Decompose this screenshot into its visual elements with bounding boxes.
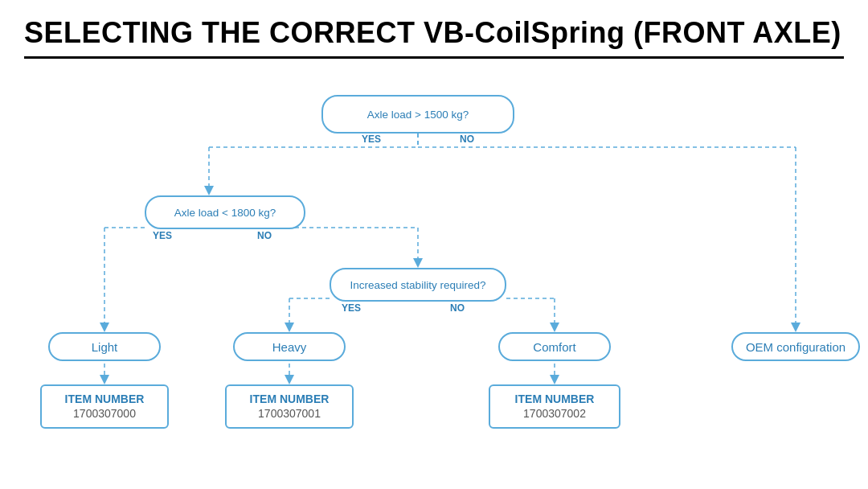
diagram: Axle load > 1500 kg? YES NO Axle load < … [24, 83, 844, 429]
svg-marker-23 [285, 375, 294, 384]
item-number-2: 1700307002 [498, 407, 611, 420]
page-title: SELECTING THE CORRECT VB-CoilSpring (FRO… [24, 16, 844, 59]
svg-marker-13 [413, 258, 423, 268]
no-label-2: NO [257, 230, 272, 241]
result-light: Light [48, 332, 161, 361]
svg-marker-16 [285, 323, 294, 332]
svg-marker-7 [791, 323, 800, 332]
item-box-2: ITEM NUMBER 1700307002 [489, 384, 620, 429]
svg-marker-25 [550, 375, 559, 384]
no-label-3: NO [450, 302, 465, 314]
item-label-0: ITEM NUMBER [50, 392, 159, 405]
result-heavy: Heavy [233, 332, 346, 361]
yes-label-3: YES [342, 302, 361, 314]
diagram-lines [24, 83, 844, 429]
page: SELECTING THE CORRECT VB-CoilSpring (FRO… [0, 0, 868, 489]
yes-label-1: YES [362, 134, 381, 145]
svg-marker-3 [204, 186, 214, 195]
svg-marker-10 [100, 323, 109, 332]
item-label-1: ITEM NUMBER [235, 392, 344, 405]
item-box-1: ITEM NUMBER 1700307001 [225, 384, 354, 429]
decision-box-1: Axle load > 1500 kg? [321, 95, 514, 134]
decision-box-2: Axle load < 1800 kg? [145, 195, 305, 229]
no-label-1: NO [460, 134, 474, 145]
yes-label-2: YES [153, 230, 172, 241]
result-comfort: Comfort [498, 332, 611, 361]
item-box-0: ITEM NUMBER 1700307000 [40, 384, 169, 429]
item-number-1: 1700307001 [235, 407, 344, 420]
item-label-2: ITEM NUMBER [498, 392, 611, 405]
svg-marker-19 [550, 323, 559, 332]
item-number-0: 1700307000 [50, 407, 159, 420]
svg-marker-21 [100, 375, 109, 384]
decision-box-3: Increased stability required? [330, 268, 506, 302]
result-oem: OEM configuration [731, 332, 860, 361]
